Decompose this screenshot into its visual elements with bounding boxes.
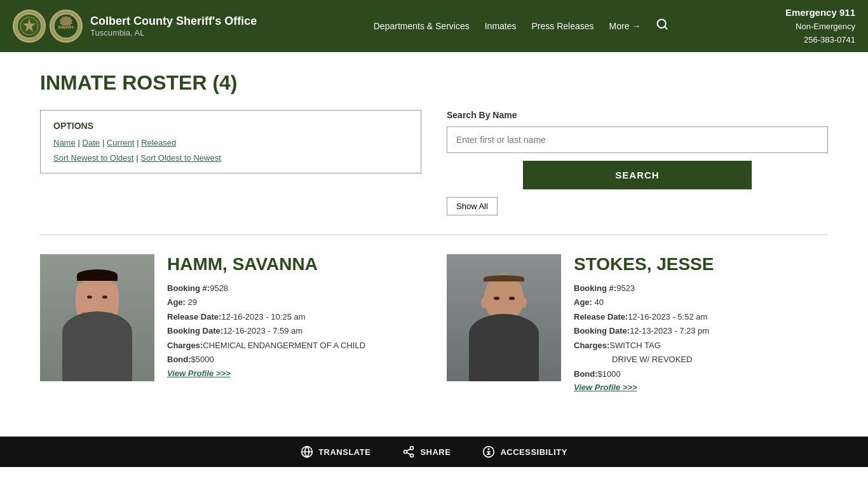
inmate-photo-hamm	[40, 254, 154, 381]
filter-date[interactable]: Date	[83, 138, 100, 147]
inmate-card-hamm: HAMM, SAVANNA Booking #:9528 Age: 29 Rel…	[40, 254, 421, 393]
search-box: Search By Name SEARCH Show All	[447, 110, 828, 215]
header-search-button[interactable]	[656, 18, 668, 34]
options-search-row: OPTIONS Name | Date | Current | Released…	[40, 110, 828, 215]
inmate-photo-stokes	[447, 254, 561, 381]
header-title: Colbert County Sheriff's Office Tuscumbi…	[90, 15, 257, 38]
translate-label: TRANSLATE	[318, 447, 370, 457]
accessibility-button[interactable]: ACCESSIBILITY	[482, 445, 567, 458]
accessibility-icon	[482, 445, 495, 458]
inmate-booking-stokes: Booking #:9523	[574, 282, 714, 295]
filter-current[interactable]: Current	[107, 138, 134, 147]
nav-more-link[interactable]: More	[609, 21, 630, 31]
header-logos: SHERIFF	[13, 10, 83, 43]
nav-departments[interactable]: Departments & Services	[374, 21, 470, 31]
search-input[interactable]	[447, 126, 828, 153]
share-icon	[402, 445, 415, 458]
accessibility-label: ACCESSIBILITY	[500, 447, 567, 457]
sort-oldest[interactable]: Sort Oldest to Newest	[140, 153, 220, 163]
sep2: |	[102, 138, 107, 147]
emergency-label: Emergency 911	[785, 5, 855, 20]
site-footer: TRANSLATE SHARE ACCESSIBILITY	[0, 437, 868, 467]
share-label: SHARE	[420, 447, 451, 457]
header-left: SHERIFF Colbert County Sheriff's Office …	[13, 10, 257, 43]
inmate-age-stokes: Age: 40	[574, 296, 714, 309]
filter-links: Name | Date | Current | Released	[53, 137, 408, 147]
svg-line-14	[407, 449, 411, 451]
inmate-charges-hamm: Charges:CHEMICAL ENDANGERMENT OF A CHILD	[167, 339, 365, 352]
inmate-bond-hamm: Bond:$5000	[167, 353, 365, 366]
sheriff-badge-logo: SHERIFF	[50, 10, 83, 43]
inmate-charges-stokes-1: Charges:SWITCH TAG	[574, 339, 714, 352]
inmate-name-hamm: HAMM, SAVANNA	[167, 254, 365, 274]
sort-newest[interactable]: Sort Newest to Oldest	[53, 153, 133, 163]
inmate-bond-stokes: Bond:$1000	[574, 368, 714, 381]
section-divider	[40, 234, 828, 235]
filter-name[interactable]: Name	[53, 138, 76, 147]
inmate-info-hamm: HAMM, SAVANNA Booking #:9528 Age: 29 Rel…	[167, 254, 365, 378]
view-profile-stokes[interactable]: View Profile >>>	[574, 383, 637, 392]
non-emergency-label: Non-Emergency	[785, 20, 855, 34]
sep1: |	[78, 138, 83, 147]
inmate-card-stokes: STOKES, JESSE Booking #:9523 Age: 40 Rel…	[447, 254, 828, 393]
org-name: Colbert County Sheriff's Office	[90, 15, 257, 29]
sort-links: Sort Newest to Oldest | Sort Oldest to N…	[53, 152, 408, 163]
translate-button[interactable]: TRANSLATE	[301, 445, 370, 458]
header-right: Emergency 911 Non-Emergency 256-383-0741	[785, 5, 855, 47]
inmate-name-stokes: STOKES, JESSE	[574, 254, 714, 274]
svg-text:SHERIFF: SHERIFF	[58, 25, 74, 29]
main-nav: Departments & Services Inmates Press Rel…	[374, 18, 669, 34]
inmate-info-stokes: STOKES, JESSE Booking #:9523 Age: 40 Rel…	[574, 254, 714, 393]
search-heading: Search By Name	[447, 110, 828, 120]
city-seal-logo	[13, 10, 46, 43]
non-emergency-phone: 256-383-0741	[785, 34, 855, 47]
nav-inmates[interactable]: Inmates	[485, 21, 517, 31]
inmates-grid: HAMM, SAVANNA Booking #:9528 Age: 29 Rel…	[40, 254, 828, 393]
nav-press-releases[interactable]: Press Releases	[532, 21, 594, 31]
inmate-bookingdate-hamm: Booking Date:12-16-2023 - 7:59 am	[167, 325, 365, 337]
share-button[interactable]: SHARE	[402, 445, 451, 458]
inmate-bookingdate-stokes: Booking Date:12-13-2023 - 7:23 pm	[574, 325, 714, 337]
inmate-release-stokes: Release Date:12-16-2023 - 5:52 am	[574, 311, 714, 323]
page-title: INMATE ROSTER (4)	[40, 71, 828, 95]
nav-more[interactable]: More →	[609, 21, 641, 31]
more-arrow-icon: →	[632, 21, 641, 31]
inmate-booking-hamm: Booking #:9528	[167, 282, 365, 295]
svg-line-13	[407, 452, 411, 454]
inmate-release-hamm: Release Date:12-16-2023 - 10:25 am	[167, 311, 365, 323]
options-box: OPTIONS Name | Date | Current | Released…	[40, 110, 421, 173]
site-header: SHERIFF Colbert County Sheriff's Office …	[0, 0, 868, 52]
inmate-age-hamm: Age: 29	[167, 296, 365, 309]
show-all-button[interactable]: Show All	[447, 197, 498, 215]
filter-released[interactable]: Released	[141, 138, 176, 147]
translate-icon	[301, 445, 313, 458]
org-location: Tuscumbia, AL	[90, 28, 257, 37]
options-heading: OPTIONS	[53, 121, 408, 131]
view-profile-hamm[interactable]: View Profile >>>	[167, 369, 231, 378]
inmate-charges-stokes-2: DRIVE W/ REVOKED	[574, 353, 714, 366]
svg-point-16	[489, 449, 490, 450]
svg-line-7	[665, 27, 667, 29]
search-button[interactable]: SEARCH	[523, 161, 752, 189]
main-content: INMATE ROSTER (4) OPTIONS Name | Date | …	[15, 52, 853, 412]
